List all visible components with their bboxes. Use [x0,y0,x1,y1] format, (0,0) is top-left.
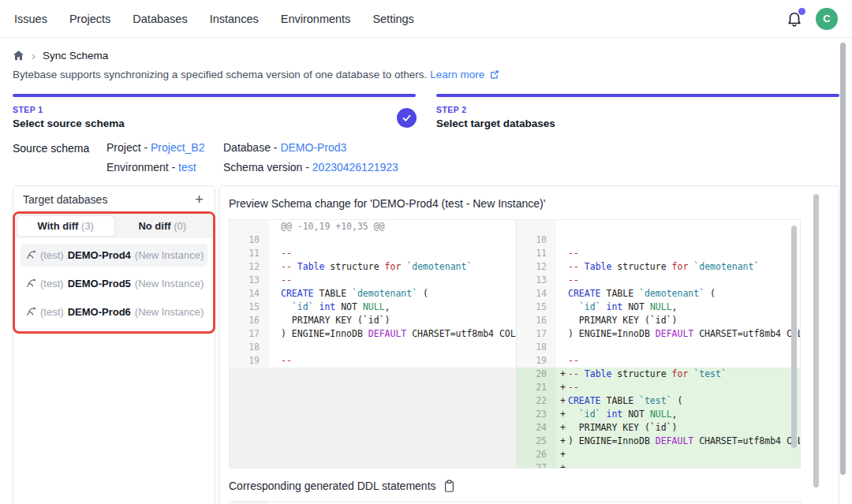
diff-line: 10 [517,233,800,247]
diff-empty-placeholder [230,368,516,468]
diff-line: 25+) ENGINE=InnoDB DEFAULT CHARSET=utf8m… [517,435,800,448]
field-environment: Environment - test [106,161,223,174]
target-databases-title: Target databases [23,193,107,206]
field-database: Database - DEMO-Prod3 [223,141,398,154]
diff-line: 10 [230,233,516,247]
diff-pane-original[interactable]: @@ -10,19 +10,35 @@1011--12-- Table stru… [230,220,516,468]
home-icon[interactable] [13,50,24,62]
nav-item-settings[interactable]: Settings [372,13,413,25]
diff-line: 17) ENGINE=InnoDB DEFAULT CHARSET=utf8mb… [230,327,516,341]
target-database-item-demo-prod4[interactable]: (test) DEMO-Prod4 (New Instance) [21,244,207,267]
schema-diff-editor[interactable]: @@ -10,19 +10,35 @@1011--12-- Table stru… [229,219,801,469]
line-number: 22 [517,394,556,408]
line-number: 19 [517,354,556,368]
line-number: 12 [230,260,269,274]
line-number: 10 [230,233,269,247]
editor-scrollbar[interactable] [791,226,797,448]
ddl-editor-stub [229,501,801,504]
ddl-statements-title: Corresponding generated DDL statements [229,480,436,492]
diff-hunk-header [517,220,800,233]
diff-line: 11-- [517,247,800,260]
diff-line: 22+CREATE TABLE `test` ( [517,394,800,408]
line-number: 18 [230,341,269,354]
diff-line: 12-- Table structure for `demotenant` [517,260,800,274]
line-number: 15 [230,301,269,314]
nav-item-projects[interactable]: Projects [69,13,110,25]
avatar[interactable]: C [816,8,838,30]
line-number: 26 [517,448,556,461]
line-number: 11 [230,247,269,260]
line-number: 12 [517,260,556,274]
diff-line: 19-- [230,354,516,368]
diff-line: 14CREATE TABLE `demotenant` ( [230,287,516,301]
diff-line: 15 `id` int NOT NULL, [230,301,516,314]
diff-tabbar: With diff (3) No diff (0) [15,214,213,238]
diff-line: 14CREATE TABLE `demotenant` ( [517,287,800,301]
database-link[interactable]: DEMO-Prod3 [280,141,346,154]
nav-item-databases[interactable]: Databases [133,13,187,25]
environment-link[interactable]: test [178,161,196,174]
line-number: 18 [517,341,556,354]
project-link[interactable]: Project_B2 [151,141,204,154]
nav-item-instances[interactable]: Instances [210,13,259,25]
diff-line: 13-- [230,274,516,287]
step-2-title: Select target databases [436,118,839,129]
diff-line: 21+-- [517,381,800,394]
panel-scrollbar[interactable] [813,194,819,487]
breadcrumb-page-label: Sync Schema [43,50,108,62]
line-number: 10 [517,233,556,247]
diff-line: 18 [230,341,516,354]
diff-line: 15 `id` int NOT NULL, [517,301,800,314]
target-databases-panel: Target databases + With diff (3) No diff… [13,185,215,504]
step-complete-check-icon [397,108,417,128]
diff-line: 24+ PRIMARY KEY (`id`) [517,421,800,435]
notification-dot [798,8,805,15]
tab-no-diff[interactable]: No diff (0) [114,216,211,236]
mysql-icon [25,306,36,317]
top-nav: Issues Projects Databases Instances Envi… [0,0,852,38]
add-target-database-button[interactable]: + [193,193,205,206]
line-number: 20 [517,368,556,381]
step-1-label: STEP 1 [13,105,416,114]
step-1-bar [13,94,416,97]
target-database-item-demo-prod5[interactable]: (test) DEMO-Prod5 (New Instance) [21,272,207,295]
field-schema-version: Schema version - 20230426121923 [223,161,398,174]
mysql-icon [25,278,36,289]
diff-line: 16 PRIMARY KEY (`id`) [230,314,516,327]
source-schema-summary: Source schema Project - Project_B2 Datab… [13,141,839,174]
line-number: 13 [230,274,269,287]
diff-line: 23+ `id` int NOT NULL, [517,408,800,421]
line-number [230,220,269,233]
tab-with-diff[interactable]: With diff (3) [17,216,114,236]
intro-text: Bytebase supports synchronizing a specif… [13,69,839,80]
field-project: Project - Project_B2 [106,141,223,154]
learn-more-link[interactable]: Learn more [430,69,484,80]
diff-line: 17) ENGINE=InnoDB DEFAULT CHARSET=utf8mb… [517,327,800,341]
target-database-item-demo-prod6[interactable]: (test) DEMO-Prod6 (New Instance) [21,301,207,323]
copy-icon[interactable] [443,480,455,493]
diff-line: 16 PRIMARY KEY (`id`) [517,314,800,327]
external-link-icon [489,69,499,80]
line-number: 14 [230,287,269,301]
target-database-list: (test) DEMO-Prod4 (New Instance) (test) … [15,238,213,331]
notification-bell-icon[interactable] [786,10,803,28]
nav-item-issues[interactable]: Issues [14,13,47,25]
chevron-right-icon: › [32,50,36,62]
diff-line: 11-- [230,247,516,260]
step-2-label: STEP 2 [436,105,839,114]
nav-item-environments[interactable]: Environments [281,13,351,25]
line-number: 15 [517,301,556,314]
preview-title: Preview Schema change for 'DEMO-Prod4 (t… [229,197,839,210]
page-scrollbar[interactable] [840,43,846,475]
source-schema-label: Source schema [13,141,106,174]
line-number: 27 [517,461,556,468]
breadcrumb: › Sync Schema [13,50,839,62]
schema-version-link[interactable]: 20230426121923 [312,161,398,174]
schema-preview-panel: Preview Schema change for 'DEMO-Prod4 (t… [219,185,839,504]
line-number: 21 [517,381,556,394]
line-number: 24 [517,421,556,435]
line-number: 13 [517,274,556,287]
diff-pane-modified[interactable]: 1011--12-- Table structure for `demotena… [516,220,800,468]
step-1: STEP 1 Select source schema [13,94,416,129]
step-1-title: Select source schema [13,118,416,129]
